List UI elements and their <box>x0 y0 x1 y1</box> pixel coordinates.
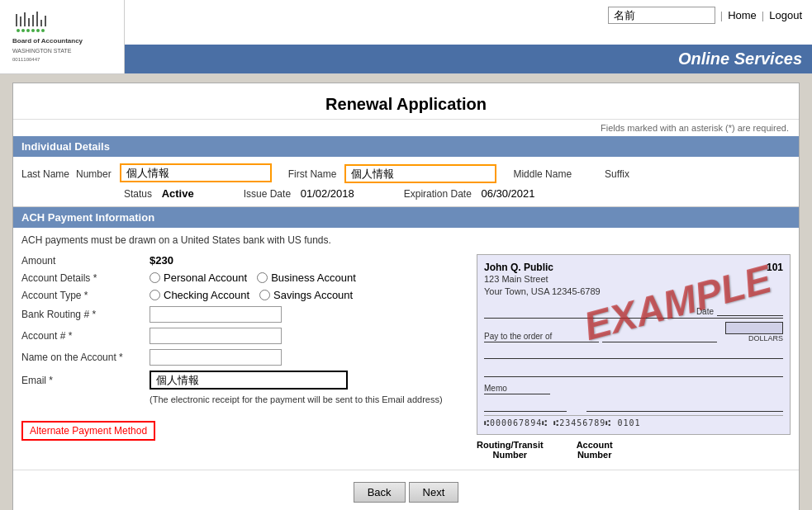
account-num-label: Account # * <box>21 330 150 342</box>
home-link[interactable]: Home <box>728 9 757 21</box>
check-example: John Q. Public 123 Main Street Your Town… <box>477 254 791 435</box>
expiration-date-group: Expiration Date 06/30/2021 <box>404 187 535 200</box>
name-on-account-input[interactable] <box>150 349 282 366</box>
individual-details-section: Last Name Number First Name Middle Name … <box>13 157 799 207</box>
business-account-radio[interactable] <box>257 272 268 283</box>
personal-account-text: Personal Account <box>164 272 247 284</box>
header-top-bar: | Home | Logout <box>598 0 812 27</box>
separator-1: | <box>720 9 723 21</box>
check-name: John Q. Public <box>484 262 601 273</box>
savings-account-label[interactable]: Savings Account <box>259 289 353 301</box>
ach-content: Amount $230 Account Details * Personal A… <box>21 254 791 460</box>
logo-area: Board of Accountancy WASHINGTON STATE 00… <box>0 0 125 73</box>
check-addr2: Your Town, USA 12345-6789 <box>484 286 601 298</box>
amount-label: Amount <box>21 255 150 267</box>
account-type-row: Account Type * Checking Account Savings … <box>21 289 460 301</box>
checking-account-label[interactable]: Checking Account <box>150 289 249 301</box>
savings-account-radio[interactable] <box>259 290 270 300</box>
logout-link[interactable]: Logout <box>769 9 802 21</box>
business-account-text: Business Account <box>271 272 356 284</box>
last-name-label: Last Name <box>21 168 69 180</box>
individual-details-row2: Status Active Issue Date 01/02/2018 Expi… <box>21 187 791 200</box>
button-row: Back Next <box>13 470 799 510</box>
svg-point-12 <box>36 29 40 32</box>
back-button[interactable]: Back <box>354 482 406 503</box>
logo-svg: Board of Accountancy WASHINGTON STATE 00… <box>8 10 116 64</box>
alternate-payment-link[interactable]: Alternate Payment Method <box>21 421 155 441</box>
first-name-value-group <box>344 164 496 183</box>
svg-point-8 <box>17 29 20 32</box>
account-type-controls: Checking Account Savings Account <box>150 289 353 301</box>
expiration-date-label: Expiration Date <box>404 188 472 200</box>
routing-label: Routing/TransitNumber <box>477 440 544 460</box>
svg-point-9 <box>21 29 25 32</box>
status-value: Active <box>162 187 194 200</box>
online-services-bar: Online Services <box>125 45 812 73</box>
ach-section-header: ACH Payment Information <box>13 207 799 228</box>
individual-details-row: Last Name Number First Name Middle Name … <box>21 163 791 184</box>
amount-value: $230 <box>150 254 173 267</box>
ach-form: Amount $230 Account Details * Personal A… <box>21 254 460 460</box>
suffix-label: Suffix <box>605 168 629 180</box>
individual-details-header: Individual Details <box>13 136 799 157</box>
page-card: Renewal Application Fields marked with a… <box>12 83 800 510</box>
account-num-row: Account # * <box>21 328 460 344</box>
svg-text:WASHINGTON STATE: WASHINGTON STATE <box>12 48 72 54</box>
check-example-area: John Q. Public 123 Main Street Your Town… <box>477 254 791 460</box>
suffix-group: Suffix <box>605 168 629 180</box>
check-memo-line: Memo <box>484 384 783 412</box>
check-memo-label: Memo <box>484 384 550 394</box>
main-wrapper: Renewal Application Fields marked with a… <box>0 74 812 510</box>
checking-account-radio[interactable] <box>150 290 160 300</box>
check-routing: ⑆000067894⑆ ⑆23456789⑆ 0101 <box>484 415 783 427</box>
svg-text:Board of Accountancy: Board of Accountancy <box>12 37 83 45</box>
number-label: Number <box>76 168 112 180</box>
required-note: Fields marked with an asterisk (*) are r… <box>13 120 799 136</box>
name-on-account-label: Name on the Account * <box>21 352 150 363</box>
personal-account-radio[interactable] <box>150 272 160 283</box>
last-name-value-group <box>120 163 272 184</box>
issue-date-group: Issue Date 01/02/2018 <box>244 187 354 200</box>
svg-point-10 <box>26 29 30 32</box>
online-services-title: Online Services <box>678 50 802 68</box>
first-name-group: First Name <box>288 168 337 180</box>
ach-note: ACH payments must be drawn on a United S… <box>21 234 791 246</box>
issue-date-label: Issue Date <box>244 188 291 200</box>
issue-date-value: 01/02/2018 <box>301 187 354 200</box>
email-input[interactable] <box>150 371 348 390</box>
expiration-date-value: 06/30/2021 <box>481 187 534 200</box>
account-type-label: Account Type * <box>21 290 150 301</box>
ach-section: ACH payments must be drawn on a United S… <box>13 228 799 470</box>
middle-name-group: Middle Name <box>513 168 572 180</box>
header-right: | Home | Logout Online Services <box>125 0 812 73</box>
name-on-account-row: Name on the Account * <box>21 349 460 366</box>
check-dollars-label: DOLLARS <box>748 334 783 342</box>
account-num-input[interactable] <box>150 328 282 344</box>
user-name-input[interactable] <box>608 7 715 24</box>
first-name-input[interactable] <box>344 164 496 183</box>
check-addr1: 123 Main Street <box>484 273 601 286</box>
check-line1 <box>484 346 783 359</box>
email-note-row: (The electronic receipt for the payment … <box>21 394 460 409</box>
checking-account-text: Checking Account <box>164 289 249 301</box>
check-dollars-box <box>725 322 783 334</box>
email-note: (The electronic receipt for the payment … <box>150 394 443 404</box>
check-line2 <box>484 364 783 377</box>
check-pay-label: Pay to the order of <box>484 332 599 342</box>
header: Board of Accountancy WASHINGTON STATE 00… <box>0 0 812 74</box>
check-sig-area <box>586 411 783 412</box>
separator-2: | <box>762 9 764 21</box>
middle-name-label: Middle Name <box>513 168 572 180</box>
business-account-label[interactable]: Business Account <box>257 272 356 284</box>
first-name-label: First Name <box>288 168 337 180</box>
next-button[interactable]: Next <box>409 482 459 503</box>
last-name-input[interactable] <box>120 163 272 182</box>
last-name-group: Last Name Number <box>21 168 112 180</box>
svg-text:0011100447: 0011100447 <box>12 57 40 62</box>
check-labels: Routing/TransitNumber AccountNumber <box>477 440 791 460</box>
bank-routing-input[interactable] <box>150 306 282 323</box>
bank-routing-label: Bank Routing # * <box>21 309 150 320</box>
check-name-address: John Q. Public 123 Main Street Your Town… <box>484 262 601 299</box>
personal-account-label[interactable]: Personal Account <box>150 272 247 284</box>
svg-point-13 <box>41 29 45 32</box>
